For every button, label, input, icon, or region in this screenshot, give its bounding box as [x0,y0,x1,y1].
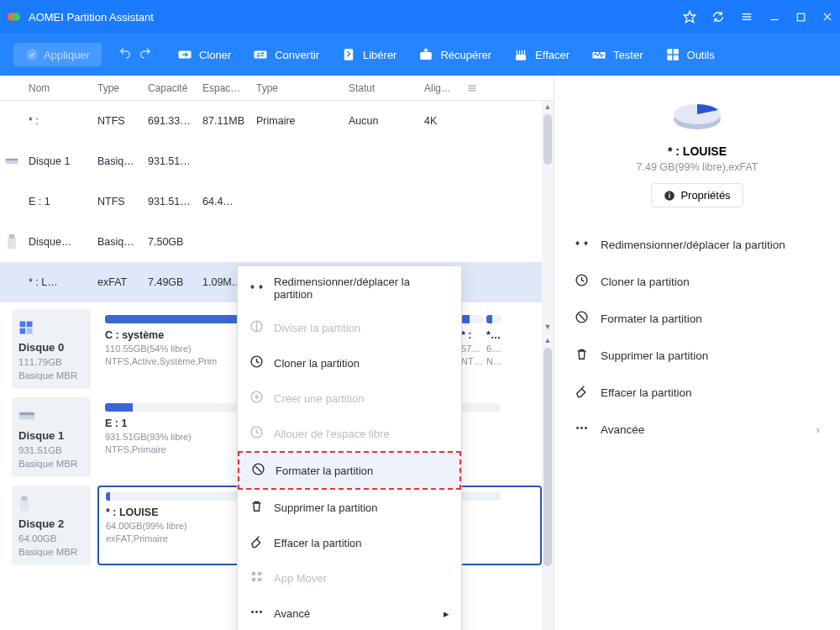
right-action-clone[interactable]: Cloner la partition [570,263,825,300]
tool-liberer[interactable]: Libérer [333,42,405,67]
context-item-label: Allouer de l'espace libre [274,428,390,440]
disk-label: Disque 264.00GBBasique MBR [12,486,91,565]
scroll-thumb[interactable] [543,114,552,165]
tool-label: Convertir [275,49,319,61]
right-action-label: Effacer la partition [601,386,692,399]
svg-rect-12 [255,51,267,59]
context-item-dots[interactable]: Avancé▸ [238,596,461,630]
clone-icon [575,273,589,290]
svg-point-47 [260,611,262,613]
context-item-resize[interactable]: Redimensionner/déplacer la partition [238,266,461,310]
right-action-delete[interactable]: Supprimer la partition [570,337,825,374]
erase-icon [575,384,589,401]
scroll-up-icon[interactable]: ▲ [542,101,554,113]
svg-rect-31 [27,328,33,334]
menu-icon[interactable] [740,10,753,24]
properties-button[interactable]: i Propriétés [651,183,743,207]
format-icon [575,310,589,327]
partition-info: 6… [486,344,501,354]
context-item-alloc: Allouer de l'espace libre [238,416,461,451]
format-icon [251,462,265,479]
context-item-label: Effacer la partition [274,537,362,549]
context-item-create: Créer une partition [238,381,461,416]
right-action-resize[interactable]: Redimensionner/déplacer la partition [570,226,825,263]
minimize-icon[interactable] [769,11,780,23]
col-type[interactable]: Type [92,82,143,94]
col-type2[interactable]: Type [251,82,344,94]
redo-icon[interactable] [139,46,152,63]
undo-icon[interactable] [118,46,132,63]
svg-rect-35 [22,496,28,501]
context-item-label: Cloner la partition [274,357,360,370]
context-item-delete[interactable]: Supprimer la partition [238,490,461,525]
disk-scheme: Basique MBR [18,370,84,381]
col-nom[interactable]: Nom [24,82,92,94]
delete-icon [575,347,589,364]
tool-effacer[interactable]: Effacer [505,42,578,67]
partition-block[interactable]: * :579…NTF… [461,315,483,385]
context-item-mover: App Mover [238,560,461,596]
scroll-up-icon[interactable]: ▲ [542,334,554,346]
svg-rect-20 [673,55,678,60]
context-item-clone[interactable]: Cloner la partition [238,345,461,381]
context-item-label: Créer une partition [274,392,365,405]
properties-button-label: Propriétés [680,189,730,202]
app-logo-icon [7,9,22,24]
right-action-format[interactable]: Formater la partition [570,300,825,337]
right-action-erase[interactable]: Effacer la partition [570,374,825,411]
svg-point-46 [255,611,258,613]
table-row[interactable]: Disque…Basiqu…7.50GB [0,222,554,262]
star-icon[interactable] [683,10,696,24]
right-action-label: Cloner la partition [601,276,690,288]
refresh-icon[interactable] [711,10,725,24]
alloc-icon [249,425,264,442]
resize-icon [249,280,264,297]
dots-icon [575,421,589,438]
apply-button[interactable]: Appliquer [13,43,102,66]
col-al[interactable]: Aligne… [419,82,459,94]
main-toolbar: Appliquer Cloner Convertir Libérer Récup… [0,34,840,76]
cell-nom: * : [24,115,92,127]
create-icon [249,390,264,407]
close-icon[interactable] [822,11,833,23]
tool-outils[interactable]: Outils [657,42,723,67]
right-action-label: Supprimer la partition [601,349,708,362]
right-action-label: Avancée [601,423,644,436]
scroll-down-icon[interactable]: ▼ [542,321,554,333]
tool-convertir[interactable]: Convertir [244,42,328,67]
tool-label: Cloner [199,49,231,61]
right-action-dots[interactable]: Avancée› [570,411,825,448]
disk-size: 931.51GB [18,445,84,455]
table-row[interactable]: E : 1NTFS931.51GB64.4… [0,181,554,222]
tool-label: Récupérer [440,49,491,61]
context-item-label: Diviser la partition [274,322,360,334]
tool-label: Tester [613,49,643,61]
tool-recuperer[interactable]: Récupérer [410,42,500,67]
disk-icon [18,494,84,514]
tool-label: Libérer [363,49,396,61]
col-cap[interactable]: Capacité [143,82,197,94]
usage-bar [461,315,483,323]
tool-cloner[interactable]: Cloner [169,42,239,67]
context-item-format[interactable]: Formater la partition [238,451,461,490]
svg-point-1 [12,13,20,21]
erase-icon [249,534,264,551]
window-title: AOMEI Partition Assistant [29,11,683,24]
table-row[interactable]: * :NTFS691.33…87.11MBPrimaireAucun4K [0,101,554,141]
scroll-thumb[interactable] [543,348,552,566]
col-esp[interactable]: Espace… [197,82,251,94]
disk-name: Disque 2 [18,517,84,530]
table-row[interactable]: Disque 1Basiqu…931.51GB [0,141,554,181]
col-menu-icon[interactable] [459,82,485,94]
cell-nom: Disque… [24,236,92,248]
disk-scheme: Basique MBR [18,547,84,557]
partition-block[interactable]: *…6…N… [486,315,501,385]
col-stat[interactable]: Statut [344,82,419,94]
vertical-scrollbar[interactable]: ▲ ▼ ▲ [542,101,554,630]
tool-tester[interactable]: Tester [583,42,651,67]
disk-icon [18,406,84,426]
context-item-erase[interactable]: Effacer la partition [238,525,461,560]
maximize-icon[interactable] [795,12,806,23]
cell-cap: 7.49GB [143,276,197,288]
context-item-split: Diviser la partition [238,310,461,345]
